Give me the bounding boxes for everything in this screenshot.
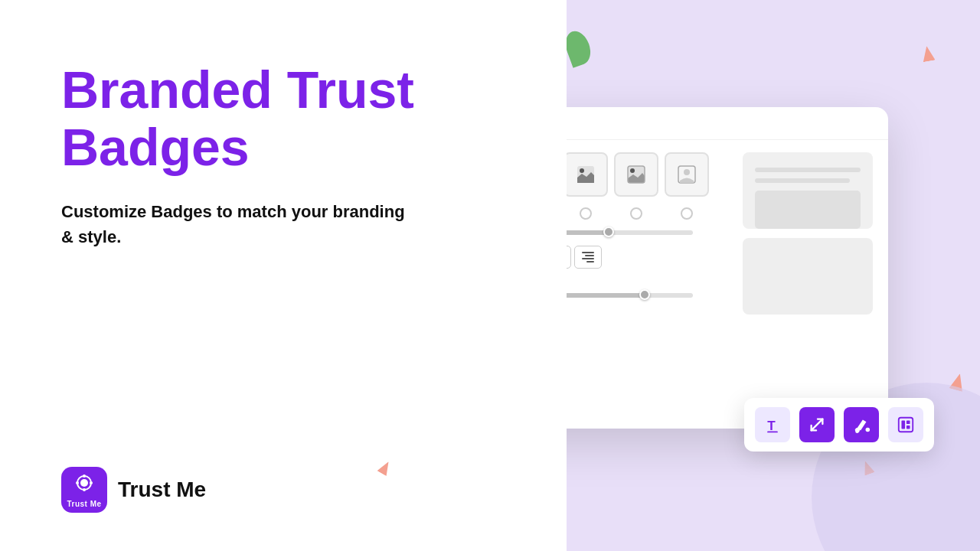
svg-point-5 (90, 481, 93, 484)
svg-rect-23 (582, 252, 594, 253)
left-panel: Branded Trust Badges Customize Badges to… (0, 0, 567, 551)
window-preview-right: T (743, 152, 873, 412)
toolbar-paint-btn[interactable] (844, 407, 879, 442)
hero-title: Branded Trust Badges (61, 61, 505, 176)
logo-section: Trust Me Trust Me (61, 467, 505, 513)
svg-rect-25 (582, 258, 594, 259)
svg-line-29 (812, 419, 823, 431)
radio-4[interactable] (681, 207, 693, 220)
radio-2[interactable] (580, 207, 592, 220)
hero-subtitle: Customize Badges to match your branding … (61, 199, 413, 249)
style-option-4[interactable] (665, 152, 709, 197)
brand-name: Trust Me (118, 478, 206, 502)
card-line-2 (755, 178, 850, 183)
slider-1-thumb[interactable] (603, 227, 614, 237)
style-option-3[interactable] (614, 152, 658, 197)
preview-card-bottom (743, 238, 873, 315)
svg-point-2 (83, 474, 86, 478)
svg-rect-32 (901, 420, 905, 429)
style-option-2[interactable] (564, 152, 608, 197)
logo-label-text: Trust Me (67, 500, 101, 508)
svg-rect-33 (906, 420, 910, 424)
svg-rect-24 (585, 255, 594, 256)
svg-point-9 (580, 168, 584, 173)
svg-point-4 (76, 481, 79, 484)
floating-toolbar: T (744, 398, 934, 452)
svg-rect-34 (906, 425, 910, 429)
toolbar-layout-btn[interactable] (888, 407, 923, 442)
hero-section: Branded Trust Badges Customize Badges to… (61, 61, 505, 249)
svg-point-30 (866, 428, 871, 432)
radio-gap-2 (564, 207, 608, 220)
slider-2-thumb[interactable] (639, 289, 650, 300)
svg-rect-26 (586, 261, 594, 262)
svg-point-14 (684, 169, 690, 175)
toolbar-text-btn[interactable]: T (755, 407, 790, 442)
deco-salmon-top-right (920, 45, 935, 62)
preview-card-top (743, 152, 873, 229)
align-right-btn[interactable] (574, 246, 602, 269)
svg-point-11 (630, 168, 635, 173)
radio-gap-4 (665, 207, 709, 220)
svg-rect-31 (899, 418, 913, 432)
card-image-placeholder (755, 191, 861, 229)
svg-text:T: T (767, 418, 776, 433)
svg-point-0 (80, 479, 88, 487)
right-panel: 124 ▲ ▼ (567, 0, 980, 551)
radio-gap-3 (614, 207, 658, 220)
radio-3[interactable] (630, 207, 642, 220)
logo-symbol (74, 472, 95, 498)
brand-logo-icon: Trust Me (61, 467, 107, 513)
toolbar-resize-btn[interactable] (799, 407, 835, 442)
svg-point-3 (83, 488, 86, 491)
card-line-1 (755, 168, 861, 172)
svg-rect-28 (767, 432, 778, 433)
